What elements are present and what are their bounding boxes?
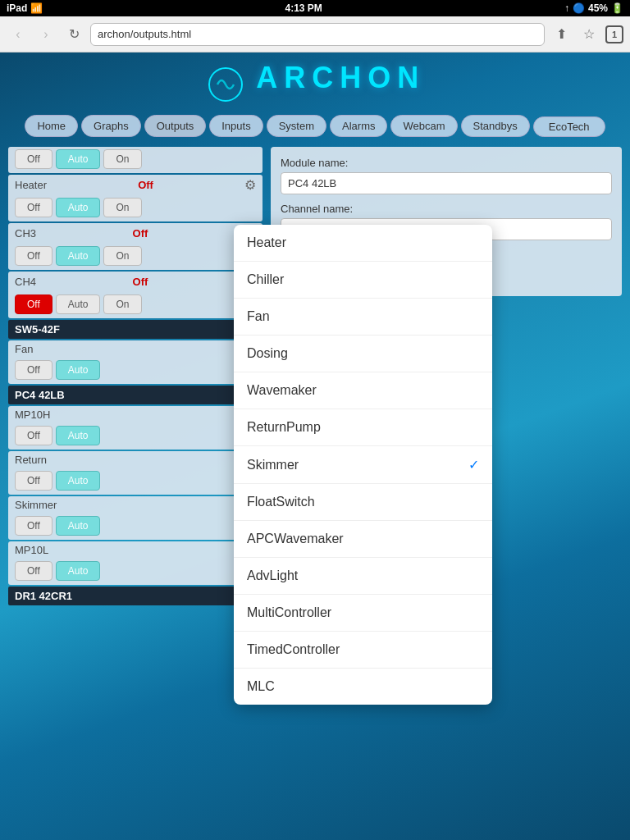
ch4-channel-row: CH4 Off ⚙ Off Auto On [8,272,262,318]
nav-webcam[interactable]: Webcam [390,115,457,137]
reload-button[interactable]: ↻ [62,23,85,46]
heater-name: Heater [15,179,47,191]
ch4-auto-button[interactable]: Auto [56,294,101,314]
heater-label-row: Heater Off ⚙ [8,175,262,195]
nav-graphs[interactable]: Graphs [81,115,141,137]
dropdown-item-returnpump-label: ReturnPump [247,420,321,435]
pc4-section-header: PC4 42LB [8,386,262,404]
dropdown-item-multicontroller[interactable]: MultiController [234,595,492,632]
ch3-off-button[interactable]: Off [15,246,52,266]
heater-on-button[interactable]: On [103,198,141,217]
url-bar[interactable]: archon/outputs.html [90,23,545,46]
dropdown-item-dosing-label: Dosing [247,346,288,361]
on-button[interactable]: On [103,149,141,169]
tab-count[interactable]: 1 [605,25,623,43]
dropdown-item-wavemaker[interactable]: Wavemaker [234,372,492,409]
fan-label-row: Fan On [8,340,262,358]
dropdown-item-dosing[interactable]: Dosing [234,336,492,372]
url-text: archon/outputs.html [98,28,191,40]
dropdown-item-floatswitch[interactable]: FloatSwitch [234,484,492,521]
skimmer-label-row: Skimmer On [8,496,262,514]
fan-name: Fan [15,343,33,355]
skimmer-channel-row: Skimmer On Off Auto [8,496,262,540]
dropdown-item-advlight[interactable]: AdvLight [234,558,492,595]
carrier-label: iPad [7,2,27,14]
ch4-on-button[interactable]: On [103,294,141,314]
return-name: Return [15,454,47,466]
mp10l-controls: Off Auto [8,559,262,585]
channel-row: Off Auto On [8,147,262,173]
dropdown-item-skimmer[interactable]: Skimmer ✓ [234,446,492,484]
mp10h-auto-button[interactable]: Auto [56,426,101,445]
dropdown-item-skimmer-label: Skimmer [247,458,299,472]
nav-alarms[interactable]: Alarms [330,115,387,137]
mp10l-name: MP10L [15,544,48,556]
ch4-name: CH4 [15,276,36,288]
dropdown-item-wavemaker-label: Wavemaker [247,383,317,398]
bluetooth-icon: 🔵 [573,2,585,14]
app-logo: ARCHON [256,61,425,94]
dropdown-item-mlc[interactable]: MLC [234,669,492,705]
return-label-row: Return On [8,451,262,468]
ch3-label-row: CH3 Off ⚙ [8,223,262,244]
ch3-status: Off [133,227,148,240]
sw5-section-header: SW5-42F [8,320,262,339]
nav-outputs[interactable]: Outputs [144,115,207,137]
nav-home[interactable]: Home [25,115,78,137]
heater-channel-row: Heater Off ⚙ Off Auto On [8,175,262,221]
bookmark-button[interactable]: ☆ [578,23,600,46]
heater-gear-icon[interactable]: ⚙ [244,177,256,193]
heater-auto-button[interactable]: Auto [56,198,101,217]
back-button[interactable]: ‹ [7,23,30,46]
nav-menu: Home Graphs Outputs Inputs System Alarms… [0,112,630,140]
module-name-input[interactable] [281,172,612,194]
wifi-icon: 📶 [30,2,43,14]
dropdown-item-multicontroller-label: MultiController [247,605,331,620]
mp10h-channel-row: MP10H On Off Auto [8,406,262,450]
mp10l-label-row: MP10L On [8,541,262,559]
mp10h-controls: Off Auto [8,423,262,450]
dropdown-item-fan[interactable]: Fan [234,299,492,336]
mp10l-auto-button[interactable]: Auto [56,561,101,581]
channel-name-label: Channel name: [281,203,612,215]
nav-ecotech[interactable]: EcoTech [533,116,605,137]
forward-button[interactable]: › [34,23,57,46]
nav-system[interactable]: System [267,115,326,137]
ch3-auto-button[interactable]: Auto [56,246,101,266]
skimmer-auto-button[interactable]: Auto [56,516,101,536]
ch4-off-button[interactable]: Off [15,294,52,314]
dropdown-item-advlight-label: AdvLight [247,568,298,583]
status-bar: iPad 📶 4:13 PM ↑ 🔵 45% 🔋 [0,0,630,16]
fan-off-button[interactable]: Off [15,360,52,380]
function-dropdown: Heater Chiller Fan Dosing Wavemaker Retu… [234,225,492,705]
dropdown-item-chiller[interactable]: Chiller [234,262,492,299]
mp10h-name: MP10H [15,409,50,421]
dropdown-item-apcwavemaker[interactable]: APCWavemaker [234,521,492,558]
channel-controls: Off Auto On [8,147,262,173]
nav-inputs[interactable]: Inputs [209,115,262,137]
dropdown-item-heater[interactable]: Heater [234,225,492,262]
ch4-label-row: CH4 Off ⚙ [8,272,262,292]
share-button[interactable]: ⬆ [550,23,573,46]
off-button[interactable]: Off [15,149,52,169]
ch4-status: Off [133,276,148,288]
auto-button[interactable]: Auto [56,149,101,169]
dropdown-item-mlc-label: MLC [247,679,275,694]
fan-auto-button[interactable]: Auto [56,360,101,380]
ch4-controls: Off Auto On [8,292,262,318]
main-content: ARCHON Home Graphs Outputs Inputs System… [0,52,630,840]
return-auto-button[interactable]: Auto [56,471,101,491]
heater-off-button[interactable]: Off [15,198,52,217]
dropdown-item-returnpump[interactable]: ReturnPump [234,409,492,446]
battery-label: 45% [588,2,608,14]
left-panel: Off Auto On Heater Off ⚙ Off Auto On [8,147,262,815]
return-off-button[interactable]: Off [15,471,52,491]
ch3-on-button[interactable]: On [103,246,141,266]
dropdown-item-timedcontroller[interactable]: TimedController [234,632,492,669]
skimmer-off-button[interactable]: Off [15,516,52,536]
logo-area: ARCHON [0,52,630,112]
dropdown-item-apcwavemaker-label: APCWavemaker [247,532,344,546]
mp10h-off-button[interactable]: Off [15,426,52,445]
mp10l-off-button[interactable]: Off [15,561,52,581]
nav-standbys[interactable]: Standbys [461,115,530,137]
